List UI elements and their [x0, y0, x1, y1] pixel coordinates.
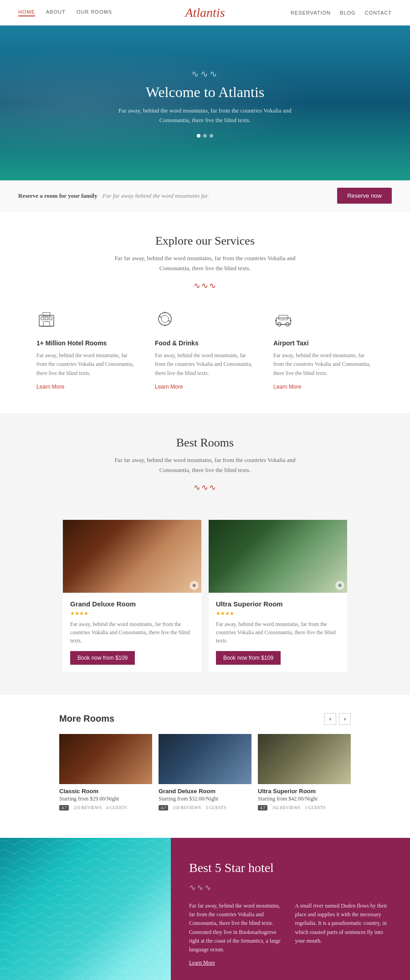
service-icon-food — [155, 309, 255, 333]
best-rooms-waves: ∿∿∿ — [18, 482, 392, 493]
room-photo-grand — [63, 520, 201, 593]
nav-contact[interactable]: CONTACT — [365, 10, 392, 15]
hero-dot-1[interactable] — [197, 134, 200, 138]
service-icon-hotels — [36, 309, 137, 333]
more-rooms-header: More Rooms ‹ › — [59, 713, 351, 725]
promo-pool-image — [0, 838, 171, 980]
services-heading: Explore our Services — [18, 234, 392, 248]
room-mini-grand: Grand Deluxe Room Starting from $32.00/N… — [159, 734, 251, 811]
best-rooms-heading: Best Rooms — [18, 436, 392, 450]
svg-point-8 — [161, 315, 169, 323]
service-icon-taxi — [273, 309, 374, 333]
expand-icon-2[interactable]: ⊕ — [335, 581, 344, 590]
nav-right: RESERVATION BLOG CONTACT — [291, 10, 392, 15]
room-desc-grand: Far away, behind the word mountains, far… — [70, 620, 194, 645]
promo-heading: Best 5 Star hotel — [189, 861, 392, 875]
room-desc-ultra: Far away, behind the word mountains, far… — [216, 620, 340, 645]
service-item-hotels: 1+ Million Hotel Rooms Far away, behind … — [36, 309, 137, 390]
room-name-ultra: Ultra Superior Room — [216, 600, 340, 608]
room-name-grand: Grand Deluxe Room — [70, 600, 194, 608]
promo-learn-more[interactable]: Learn More — [189, 959, 215, 967]
room-mini-meta-classic: 4.7 210 REVIEWS 4 GUESTS — [59, 805, 152, 811]
navigation: HOME ABOUT OUR ROOMS Atlantis RESERVATIO… — [0, 0, 410, 26]
service-link-taxi[interactable]: Learn More — [273, 384, 301, 390]
best-rooms-subtext: Far far away, behind the word mountains,… — [109, 455, 301, 475]
service-desc-taxi: Far away, behind the word mountains, far… — [273, 351, 374, 378]
room-card-ultra: ⊕ Ultra Superior Room ★★★★ Far away, beh… — [209, 520, 347, 672]
room-mini-rating-grand: 4.7 — [159, 805, 168, 811]
promo-text-2: A small river named Duden flows by their… — [295, 902, 392, 945]
services-subtext: Far far away, behind the word mountains,… — [109, 253, 301, 273]
service-link-food[interactable]: Learn More — [155, 384, 183, 390]
room-mini-reviews-grand: 150 REVIEWS — [173, 805, 201, 810]
hero-dot-3[interactable] — [210, 134, 213, 138]
room-stars-ultra: ★★★★ — [216, 611, 340, 616]
svg-line-12 — [168, 320, 170, 322]
more-rooms-heading: More Rooms — [59, 713, 114, 724]
reserve-bar-label: Reserve a room for your family — [18, 192, 97, 199]
book-now-grand[interactable]: Book now from $109 — [70, 651, 135, 665]
nav-left: HOME ABOUT OUR ROOMS — [18, 9, 112, 16]
nav-blog[interactable]: BLOG — [340, 10, 356, 15]
reserve-bar: Reserve a room for your family Far far a… — [0, 180, 410, 211]
svg-rect-13 — [276, 318, 291, 324]
hotel-promo-section: Best 5 Star hotel ∿∿∿ Far far away, behi… — [0, 838, 410, 980]
book-now-ultra[interactable]: Book now from $109 — [216, 651, 281, 665]
promo-columns: Far far away, behind the word mountains,… — [189, 902, 392, 967]
svg-rect-20 — [0, 838, 171, 980]
hero-subtitle: Far away, behind the word mountains, far… — [118, 106, 292, 125]
room-mini-guests-classic: 4 GUESTS — [106, 805, 127, 810]
room-mini-name-ultra: Ultra Superior Room — [258, 788, 351, 795]
room-mini-meta-grand: 4.7 150 REVIEWS 3 GUESTS — [159, 805, 251, 811]
room-mini-meta-ultra: 4.7 162 REVIEWS 3 GUESTS — [258, 805, 351, 811]
carousel-next[interactable]: › — [339, 713, 351, 725]
more-rooms-section: More Rooms ‹ › Classic Room Starting fro… — [0, 695, 410, 838]
promo-content: Best 5 Star hotel ∿∿∿ Far far away, behi… — [171, 838, 410, 980]
carousel-controls: ‹ › — [324, 713, 351, 725]
svg-rect-1 — [41, 317, 44, 320]
nav-home[interactable]: HOME — [18, 9, 35, 16]
service-desc-food: Far away, behind the word mountains, far… — [155, 351, 255, 378]
room-mini-rating-classic: 4.7 — [59, 805, 69, 811]
promo-image — [0, 838, 171, 980]
service-item-taxi: Airport Taxi Far away, behind the word m… — [273, 309, 374, 390]
nav-rooms[interactable]: OUR ROOMS — [77, 9, 112, 16]
expand-icon[interactable]: ⊕ — [190, 581, 199, 590]
promo-col-1: Far far away, behind the word mountains,… — [189, 902, 286, 967]
reserve-bar-sub: Far far away behind the word mountains f… — [102, 192, 209, 199]
room-mini-guests-grand: 3 GUESTS — [205, 805, 226, 810]
rooms-row: Classic Room Starting from $29.00/Night … — [59, 734, 351, 811]
room-image-ultra: ⊕ — [209, 520, 347, 593]
promo-waves: ∿∿∿ — [189, 883, 392, 893]
room-mini-name-grand: Grand Deluxe Room — [159, 788, 251, 795]
nav-about[interactable]: ABOUT — [46, 9, 66, 16]
room-image-grand: ⊕ — [63, 520, 201, 593]
site-logo[interactable]: Atlantis — [185, 5, 225, 20]
services-waves: ∿∿∿ — [18, 281, 392, 291]
hero-content: ∿∿∿ Welcome to Atlantis Far away, behind… — [118, 68, 292, 138]
svg-rect-3 — [49, 317, 52, 320]
service-link-hotels[interactable]: Learn More — [36, 384, 64, 390]
carousel-prev[interactable]: ‹ — [324, 713, 336, 725]
room-card-grand: ⊕ Grand Deluxe Room ★★★★ Far away, behin… — [63, 520, 201, 672]
hero-dot-2[interactable] — [203, 134, 207, 138]
promo-col-2: A small river named Duden flows by their… — [295, 902, 392, 967]
svg-rect-14 — [279, 315, 288, 320]
svg-rect-6 — [43, 313, 50, 316]
hero-waves-deco: ∿∿∿ — [118, 68, 292, 79]
hero-dots — [118, 134, 292, 138]
room-mini-img-classic — [59, 734, 152, 784]
service-title-hotels: 1+ Million Hotel Rooms — [36, 339, 137, 347]
nav-reservation[interactable]: RESERVATION — [291, 10, 331, 15]
reserve-now-button[interactable]: Reserve now — [337, 188, 392, 204]
room-mini-price-classic: Starting from $29.00/Night — [59, 795, 152, 802]
room-mini-price-grand: Starting from $32.00/Night — [159, 795, 251, 802]
room-mini-img-ultra — [258, 734, 351, 784]
svg-point-7 — [159, 313, 171, 325]
room-mini-img-grand — [159, 734, 251, 784]
services-grid: 1+ Million Hotel Rooms Far away, behind … — [0, 309, 410, 390]
best-rooms-section: Best Rooms Far far away, behind the word… — [0, 413, 410, 695]
service-desc-hotels: Far away, behind the word mountains, far… — [36, 351, 137, 378]
services-header: Explore our Services Far far away, behin… — [0, 211, 410, 309]
room-mini-classic: Classic Room Starting from $29.00/Night … — [59, 734, 152, 811]
